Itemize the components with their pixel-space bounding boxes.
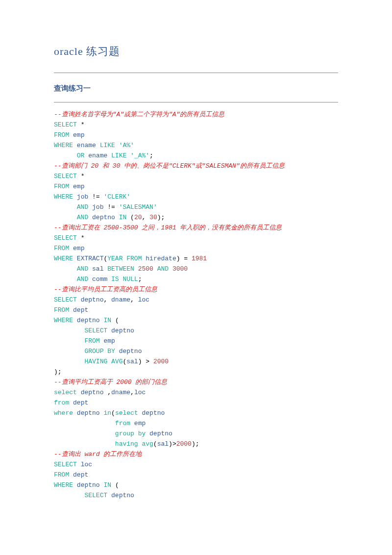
sql-comment: --查询出工资在 2500-3500 之间，1981 年入职的，没有奖金的所有员… <box>54 224 282 231</box>
sql-comment: --查询姓名首字母为"A"或第二个字符为"A"的所有员工信息 <box>54 111 224 118</box>
divider <box>54 73 338 73</box>
document-page: oracle 练习题 查询练习一 --查询姓名首字母为"A"或第二个字符为"A"… <box>0 0 392 520</box>
sql-comment: --查询平均工资高于 2000 的部门信息 <box>54 378 167 386</box>
section-heading: 查询练习一 <box>54 84 338 93</box>
sql-comment: --查询比平均员工工资高的员工信息 <box>54 286 157 293</box>
code-block: --查询姓名首字母为"A"或第二个字符为"A"的所有员工信息 SELECT * … <box>54 109 338 501</box>
sql-comment: --查询出 ward 的工作所在地 <box>54 451 142 458</box>
divider <box>54 102 338 102</box>
page-title: oracle 练习题 <box>54 44 338 59</box>
sql-comment: --查询部门 20 和 30 中的、岗位不是"CLERK"或"SALESMAN"… <box>54 162 285 170</box>
